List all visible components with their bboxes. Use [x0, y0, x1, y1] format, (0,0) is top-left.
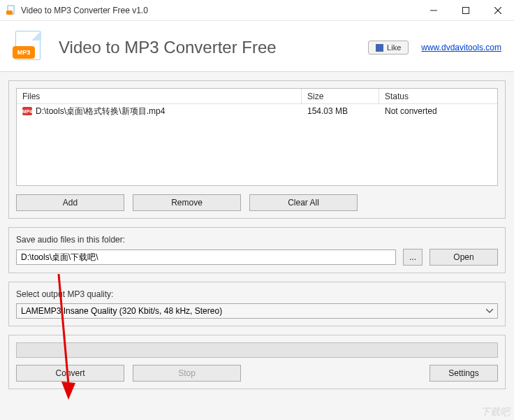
output-folder-panel: Save audio files in this folder: ... Ope…: [8, 227, 506, 273]
app-logo: MP3: [13, 31, 46, 64]
progress-bar: [16, 342, 498, 358]
table-row[interactable]: MP4 D:\tools\桌面\格式转换\新项目.mp4 154.03 MB N…: [17, 104, 497, 118]
mp4-file-icon: MP4: [22, 107, 32, 115]
like-label: Like: [387, 43, 401, 52]
file-status-cell: Not converted: [379, 104, 497, 118]
quality-select[interactable]: LAMEMP3 Insane Quality (320 Kbit/s, 48 k…: [16, 303, 498, 319]
add-button[interactable]: Add: [16, 194, 124, 211]
file-list-panel: Files Size Status MP4 D:\tools\桌面\格式转换\新…: [8, 80, 506, 219]
column-header-size[interactable]: Size: [302, 89, 379, 103]
chevron-down-icon: [486, 307, 493, 314]
file-size-cell: 154.03 MB: [302, 104, 379, 118]
quality-label: Select output MP3 quality:: [16, 289, 498, 299]
mp3-badge-icon: MP3: [13, 46, 35, 59]
column-header-status[interactable]: Status: [379, 89, 497, 103]
quality-selected-value: LAMEMP3 Insane Quality (320 Kbit/s, 48 k…: [21, 306, 222, 316]
like-button[interactable]: Like: [368, 41, 409, 55]
titlebar: Video to MP3 Converter Free v1.0: [0, 0, 514, 21]
app-name: Video to MP3 Converter Free: [59, 38, 277, 57]
window-controls: [418, 0, 514, 21]
svg-rect-1: [6, 10, 13, 15]
settings-button[interactable]: Settings: [429, 365, 498, 382]
app-icon: [6, 5, 17, 16]
svg-rect-3: [463, 7, 469, 13]
convert-button[interactable]: Convert: [16, 365, 124, 382]
open-folder-button[interactable]: Open: [429, 249, 498, 266]
remove-button[interactable]: Remove: [133, 194, 241, 211]
list-header: Files Size Status: [17, 89, 497, 104]
file-listview[interactable]: Files Size Status MP4 D:\tools\桌面\格式转换\新…: [16, 88, 498, 186]
thumb-up-icon: [376, 44, 383, 52]
output-folder-input[interactable]: [16, 249, 396, 265]
column-header-files[interactable]: Files: [17, 89, 302, 103]
close-button[interactable]: [482, 0, 514, 21]
quality-panel: Select output MP3 quality: LAMEMP3 Insan…: [8, 282, 506, 326]
minimize-button[interactable]: [418, 0, 450, 21]
app-header: MP3 Video to MP3 Converter Free Like www…: [0, 21, 514, 72]
website-link[interactable]: www.dvdavitools.com: [421, 43, 501, 52]
browse-button[interactable]: ...: [403, 249, 423, 266]
window-title: Video to MP3 Converter Free v1.0: [21, 6, 148, 15]
file-path-cell: D:\tools\桌面\格式转换\新项目.mp4: [36, 106, 165, 117]
clearall-button[interactable]: Clear All: [249, 194, 358, 211]
maximize-button[interactable]: [450, 0, 482, 21]
progress-panel: Convert Stop Settings: [8, 335, 506, 389]
stop-button[interactable]: Stop: [133, 365, 241, 382]
output-folder-label: Save audio files in this folder:: [16, 235, 498, 245]
